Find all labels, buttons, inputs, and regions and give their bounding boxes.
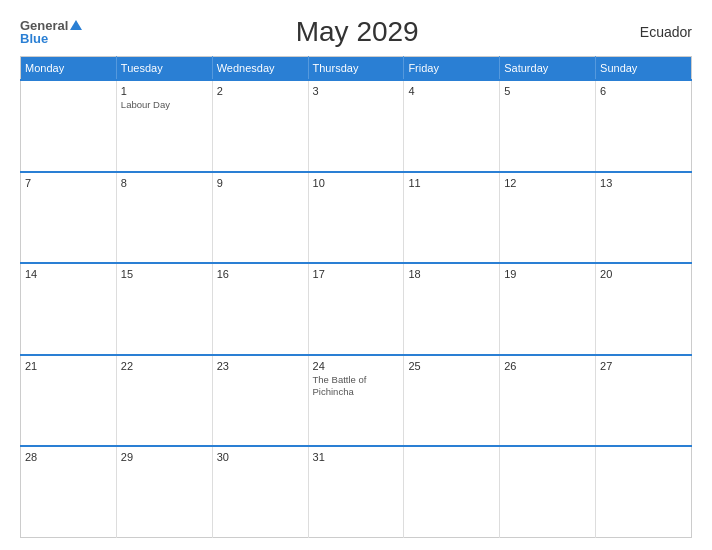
- calendar-cell: 27: [596, 355, 692, 447]
- day-number: 21: [25, 360, 112, 372]
- logo-triangle-icon: [70, 20, 82, 30]
- calendar-table: Monday Tuesday Wednesday Thursday Friday…: [20, 56, 692, 538]
- day-number: 6: [600, 85, 687, 97]
- day-number: 27: [600, 360, 687, 372]
- col-sunday: Sunday: [596, 57, 692, 81]
- day-number: 9: [217, 177, 304, 189]
- day-number: 11: [408, 177, 495, 189]
- calendar-cell: 9: [212, 172, 308, 264]
- col-saturday: Saturday: [500, 57, 596, 81]
- calendar-cell: 3: [308, 80, 404, 172]
- calendar-header-row: Monday Tuesday Wednesday Thursday Friday…: [21, 57, 692, 81]
- calendar-week-row: 28293031: [21, 446, 692, 538]
- day-number: 7: [25, 177, 112, 189]
- calendar-cell: 31: [308, 446, 404, 538]
- calendar-cell: 30: [212, 446, 308, 538]
- calendar-cell: 1Labour Day: [116, 80, 212, 172]
- holiday-label: Labour Day: [121, 99, 208, 111]
- calendar-cell: [404, 446, 500, 538]
- col-wednesday: Wednesday: [212, 57, 308, 81]
- header: General Blue May 2029 Ecuador: [20, 16, 692, 48]
- page: General Blue May 2029 Ecuador Monday Tue…: [0, 0, 712, 550]
- calendar-cell: 6: [596, 80, 692, 172]
- calendar-cell: 28: [21, 446, 117, 538]
- country-label: Ecuador: [632, 24, 692, 40]
- calendar-week-row: 21222324The Battle of Pichincha252627: [21, 355, 692, 447]
- calendar-cell: 5: [500, 80, 596, 172]
- day-number: 17: [313, 268, 400, 280]
- day-number: 26: [504, 360, 591, 372]
- day-number: 5: [504, 85, 591, 97]
- day-number: 19: [504, 268, 591, 280]
- day-number: 31: [313, 451, 400, 463]
- col-tuesday: Tuesday: [116, 57, 212, 81]
- logo: General Blue: [20, 19, 82, 45]
- calendar-cell: 24The Battle of Pichincha: [308, 355, 404, 447]
- calendar-title: May 2029: [82, 16, 632, 48]
- day-number: 4: [408, 85, 495, 97]
- calendar-cell: [21, 80, 117, 172]
- calendar-cell: 22: [116, 355, 212, 447]
- calendar-week-row: 1Labour Day23456: [21, 80, 692, 172]
- col-friday: Friday: [404, 57, 500, 81]
- calendar-cell: 14: [21, 263, 117, 355]
- calendar-cell: 23: [212, 355, 308, 447]
- calendar-cell: 4: [404, 80, 500, 172]
- calendar-cell: 16: [212, 263, 308, 355]
- day-number: 25: [408, 360, 495, 372]
- calendar-cell: 26: [500, 355, 596, 447]
- day-number: 20: [600, 268, 687, 280]
- calendar-cell: 17: [308, 263, 404, 355]
- day-number: 8: [121, 177, 208, 189]
- calendar-cell: 7: [21, 172, 117, 264]
- day-number: 1: [121, 85, 208, 97]
- day-number: 16: [217, 268, 304, 280]
- calendar-week-row: 14151617181920: [21, 263, 692, 355]
- calendar-cell: 20: [596, 263, 692, 355]
- day-number: 13: [600, 177, 687, 189]
- calendar-cell: 12: [500, 172, 596, 264]
- day-number: 3: [313, 85, 400, 97]
- holiday-label: The Battle of Pichincha: [313, 374, 400, 399]
- day-number: 23: [217, 360, 304, 372]
- day-number: 15: [121, 268, 208, 280]
- day-number: 28: [25, 451, 112, 463]
- calendar-cell: 10: [308, 172, 404, 264]
- day-number: 30: [217, 451, 304, 463]
- day-number: 10: [313, 177, 400, 189]
- day-number: 2: [217, 85, 304, 97]
- calendar-cell: 8: [116, 172, 212, 264]
- day-number: 22: [121, 360, 208, 372]
- calendar-cell: 11: [404, 172, 500, 264]
- calendar-cell: [596, 446, 692, 538]
- calendar-cell: 19: [500, 263, 596, 355]
- calendar-cell: 18: [404, 263, 500, 355]
- col-thursday: Thursday: [308, 57, 404, 81]
- day-number: 18: [408, 268, 495, 280]
- calendar-cell: [500, 446, 596, 538]
- day-number: 14: [25, 268, 112, 280]
- calendar-week-row: 78910111213: [21, 172, 692, 264]
- day-number: 29: [121, 451, 208, 463]
- calendar-cell: 21: [21, 355, 117, 447]
- calendar-cell: 29: [116, 446, 212, 538]
- calendar-cell: 25: [404, 355, 500, 447]
- calendar-cell: 13: [596, 172, 692, 264]
- day-number: 12: [504, 177, 591, 189]
- calendar-cell: 15: [116, 263, 212, 355]
- col-monday: Monday: [21, 57, 117, 81]
- logo-blue-text: Blue: [20, 32, 48, 45]
- calendar-cell: 2: [212, 80, 308, 172]
- day-number: 24: [313, 360, 400, 372]
